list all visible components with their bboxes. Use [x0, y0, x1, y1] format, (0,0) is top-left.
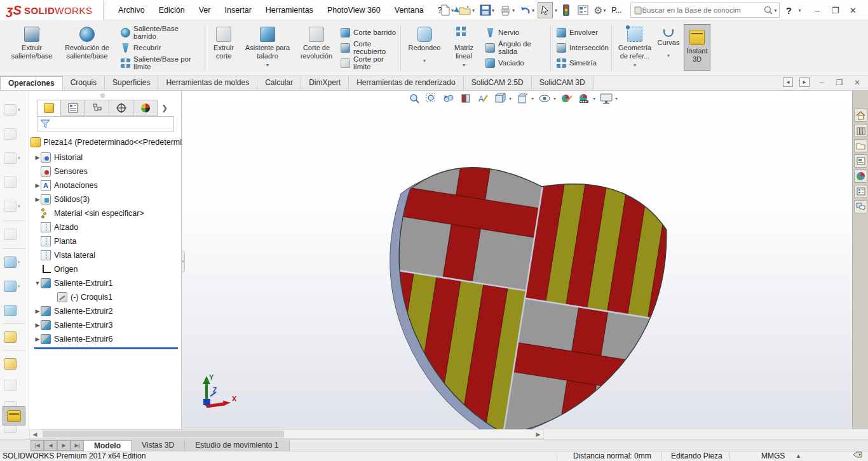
zoom-to-area-icon[interactable] [425, 92, 438, 105]
restore-button[interactable]: ❐ [826, 2, 844, 18]
hole-wizard-button[interactable]: Asistente para taladro ▾ [240, 24, 295, 74]
rebuild-button[interactable] [559, 2, 574, 18]
instant3d-button[interactable]: Instant 3D [684, 24, 710, 71]
units-selector[interactable]: MMGS [761, 451, 785, 461]
panel-splitter-handle[interactable] [182, 251, 185, 272]
tree-item-solidos[interactable]: ▶Sólidos(3) [29, 192, 182, 206]
tool-part-query-gray[interactable] [4, 378, 25, 393]
next-tab-icon[interactable]: ▶ [57, 440, 71, 451]
tab-superficies[interactable]: Superficies [105, 76, 158, 90]
previous-view-icon[interactable] [442, 92, 455, 105]
save-button[interactable]: ▾ [478, 2, 496, 18]
tree-item-croquis1[interactable]: (-) Croquis1 [29, 290, 182, 304]
tool-smart-gears[interactable] [4, 303, 25, 318]
tree-item-anotaciones[interactable]: ▶AAnotaciones [29, 178, 182, 192]
reference-geometry-button[interactable]: Geometría de refer... ▾ [614, 24, 656, 74]
curves-button[interactable]: Curvas ▾ [656, 24, 681, 74]
linear-pattern-button[interactable]: Matriz lineal ▾ [446, 24, 482, 74]
tree-item-saliente-extruir2[interactable]: ▶Saliente-Extruir2 [29, 304, 182, 318]
tabs-overflow-icon[interactable]: ❯ [158, 100, 172, 116]
tool-attach[interactable] [4, 126, 25, 142]
display-style-icon[interactable] [516, 92, 529, 105]
tab-solidcam-25d[interactable]: SolidCAM 2.5D [464, 76, 532, 90]
help-caret[interactable]: ▾ [798, 8, 801, 13]
tree-item-origen[interactable]: Origen [29, 262, 182, 276]
edit-appearance-icon[interactable] [560, 92, 573, 105]
tree-item-saliente-extruir6[interactable]: ▶Saliente-Extruir6 [29, 332, 182, 346]
menu-insertar[interactable]: Insertar [217, 0, 258, 20]
rollback-bar[interactable] [34, 347, 178, 349]
tab-calcular[interactable]: Calcular [257, 76, 301, 90]
forum-icon[interactable] [854, 200, 867, 213]
hide-show-items-icon[interactable] [538, 92, 551, 105]
extrude-boss-button[interactable]: Extruir saliente/base [6, 24, 57, 74]
tag-icon[interactable] [853, 451, 862, 460]
tree-filter-input[interactable] [53, 119, 173, 129]
help-button[interactable]: ? [781, 2, 796, 18]
doc-close-icon[interactable]: ✕ [851, 78, 863, 87]
boundary-boss-button[interactable]: Saliente/Base por límite [118, 56, 202, 70]
doc-minimize-icon[interactable]: – [816, 78, 827, 87]
tree-item-historial[interactable]: ▶Historial [29, 150, 182, 164]
menu-archivo[interactable]: Archivo [111, 0, 152, 20]
tab-dimxpert[interactable]: DimXpert [301, 76, 349, 90]
extrude-cut-button[interactable]: Extruir corte [208, 24, 239, 74]
select-caret[interactable]: ▾ [555, 8, 557, 13]
tool-design-table[interactable] [4, 330, 25, 345]
view-palette-icon[interactable] [854, 154, 867, 168]
menu-edicion[interactable]: Edición [152, 0, 192, 20]
intersect-button[interactable]: Intersección [554, 41, 609, 55]
close-button[interactable]: ✕ [844, 2, 862, 18]
panel-grip[interactable] [100, 93, 105, 98]
custom-properties-icon[interactable] [854, 185, 867, 198]
shell-button[interactable]: Vaciado [483, 56, 549, 70]
search-icon[interactable] [763, 5, 773, 15]
rib-button[interactable]: Nervio [483, 25, 549, 39]
tool-extrude-cut[interactable]: ▾ [4, 255, 25, 270]
menu-ver[interactable]: Ver [192, 0, 218, 20]
boundary-cut-button[interactable]: Corte por límite [338, 56, 399, 70]
shield-model[interactable] [370, 144, 682, 429]
swept-boss-button[interactable]: Saliente/Base barrido [118, 25, 202, 39]
prev-tab-icon[interactable]: ◀ [44, 440, 57, 451]
tab-solidcam-3d[interactable]: SolidCAM 3D [532, 76, 593, 90]
tool-derive[interactable]: ▾ [4, 199, 25, 214]
menu-ventana[interactable]: Ventana [388, 0, 431, 20]
doc-tab-modelo[interactable]: Modelo [84, 440, 132, 451]
lofted-cut-button[interactable]: Corte recubierto [338, 41, 399, 55]
tab-herramientas-moldes[interactable]: Herramientas de moldes [158, 76, 257, 90]
print-button[interactable]: ▾ [498, 2, 517, 18]
tab-croquis[interactable]: Croquis [63, 76, 105, 90]
select-tool-button[interactable] [538, 2, 553, 18]
collapse-pane-right-icon[interactable]: ► [799, 77, 810, 87]
file-explorer-icon[interactable] [854, 139, 867, 152]
search-input[interactable] [642, 6, 763, 14]
home-icon[interactable] [854, 109, 867, 122]
tab-dimxpertmanager[interactable] [109, 100, 133, 116]
apply-scene-icon[interactable] [578, 92, 590, 105]
tree-root-pieza14[interactable]: Pieza14 (Predeterminado<<Predetermi [29, 135, 182, 149]
menu-herramientas[interactable]: Herramientas [259, 0, 320, 20]
tree-item-saliente-extruir1[interactable]: ▼Saliente-Extruir1 [29, 276, 182, 290]
tree-item-saliente-extruir3[interactable]: ▶Saliente-Extruir3 [29, 318, 182, 332]
tree-item-alzado[interactable]: Alzado [29, 220, 182, 234]
undo-button[interactable]: ▾ [518, 2, 536, 18]
section-view-icon[interactable] [459, 92, 472, 105]
graphics-viewport[interactable]: A ▾ ▾ ▾ ▾ ▾ [182, 91, 852, 429]
draft-button[interactable]: Ángulo de salida [483, 41, 549, 55]
tool-edit-sketch[interactable] [4, 175, 25, 190]
tab-operaciones[interactable]: Operaciones [0, 76, 63, 90]
tab-displaymanager[interactable] [133, 100, 158, 116]
doc-restore-icon[interactable]: ❐ [834, 78, 845, 87]
tree-item-material[interactable]: Material <sin especificar> [29, 206, 182, 220]
tab-herramientas-renderizado[interactable]: Herramientas de renderizado [349, 76, 463, 90]
tool-instant3d-pressed[interactable] [3, 406, 25, 425]
view-settings-icon[interactable] [600, 92, 613, 105]
swept-cut-button[interactable]: Corte barrido [338, 25, 399, 39]
search-caret[interactable]: ▾ [774, 8, 776, 13]
view-orientation-icon[interactable] [494, 92, 506, 105]
units-caret-icon[interactable]: ▲ [796, 451, 801, 461]
appearances-icon[interactable] [854, 170, 867, 183]
scroll-right-icon[interactable]: ▶ [533, 431, 543, 438]
tab-configurationmanager[interactable] [85, 100, 109, 116]
